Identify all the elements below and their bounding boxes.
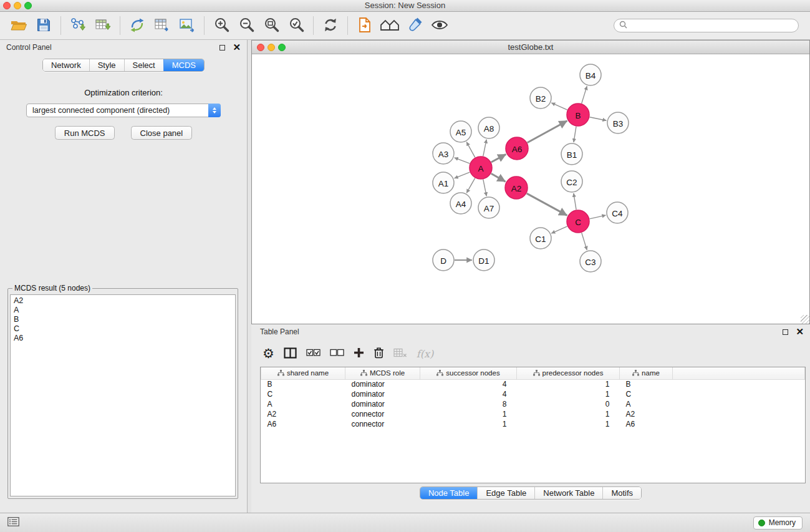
select-all-columns-button[interactable] (306, 346, 321, 362)
clear-table-button[interactable] (393, 346, 407, 362)
open-document-button[interactable] (352, 14, 377, 37)
network-node-B4[interactable]: B4 (580, 64, 601, 85)
network-edge-A2-C[interactable] (527, 193, 567, 215)
resize-grip[interactable] (801, 315, 809, 324)
mcds-result-list[interactable]: A2ABCA6 (10, 294, 236, 496)
network-node-A[interactable]: A (470, 157, 492, 179)
table-cell[interactable]: 1 (517, 419, 620, 429)
function-builder-button[interactable]: f(x) (417, 346, 433, 362)
table-cell[interactable]: connector (345, 409, 420, 419)
table-cell[interactable]: B (620, 379, 673, 389)
minimize-window-button[interactable] (14, 2, 21, 9)
network-minimize-button[interactable] (268, 44, 275, 51)
column-header-mcds-role[interactable]: MCDS role (345, 367, 420, 379)
table-cell[interactable]: A6 (620, 419, 673, 429)
add-column-button[interactable] (354, 346, 364, 362)
tab-edge-table[interactable]: Edge Table (477, 487, 534, 499)
tab-network-table[interactable]: Network Table (534, 487, 602, 499)
run-mcds-button[interactable]: Run MCDS (55, 126, 115, 140)
network-node-A5[interactable]: A5 (450, 121, 471, 142)
table-cell[interactable]: A2 (261, 409, 345, 419)
network-edge-B-B3[interactable] (590, 117, 607, 120)
table-cell[interactable]: 1 (420, 409, 517, 419)
apply-style-button[interactable] (402, 14, 427, 37)
table-cell[interactable]: 8 (420, 399, 517, 409)
network-edge-C-C3[interactable] (582, 233, 587, 250)
table-cell[interactable]: A2 (620, 409, 673, 419)
network-node-A2[interactable]: A2 (505, 177, 528, 199)
table-cell[interactable]: dominator (345, 379, 420, 389)
network-edge-C-C4[interactable] (590, 215, 606, 219)
table-cell[interactable]: B (261, 379, 345, 389)
refresh-view-button[interactable] (318, 14, 343, 37)
network-node-B[interactable]: B (567, 104, 589, 126)
table-cell[interactable]: 1 (517, 409, 620, 419)
float-panel-icon[interactable] (219, 45, 225, 51)
zoom-selected-button[interactable] (284, 14, 309, 37)
table-cell[interactable]: 0 (517, 399, 620, 409)
close-panel-icon[interactable]: ✕ (233, 44, 241, 51)
network-edge-A-A1[interactable] (455, 172, 470, 178)
table-cell[interactable]: 1 (420, 419, 517, 429)
zoom-in-button[interactable] (209, 14, 234, 37)
panel-menu-button[interactable] (7, 515, 19, 531)
network-node-A7[interactable]: A7 (478, 197, 499, 218)
network-edge-B-B4[interactable] (582, 86, 587, 104)
split-columns-button[interactable] (284, 346, 297, 362)
import-network-button[interactable] (65, 14, 90, 37)
show-hide-graphics-button[interactable] (427, 14, 452, 37)
zoom-out-button[interactable] (234, 14, 259, 37)
table-cell[interactable]: 1 (517, 389, 620, 399)
network-node-D[interactable]: D (433, 249, 454, 271)
table-cell[interactable]: 4 (420, 379, 517, 389)
table-cell[interactable]: C (620, 389, 673, 399)
mcds-result-item[interactable]: A6 (11, 333, 235, 342)
close-panel-button[interactable]: Close panel (131, 126, 193, 140)
table-cell[interactable]: connector (345, 419, 420, 429)
table-cell[interactable]: dominator (345, 389, 420, 399)
network-edge-C-C2[interactable] (574, 193, 576, 210)
network-node-C4[interactable]: C4 (607, 202, 628, 223)
network-node-A1[interactable]: A1 (433, 172, 454, 193)
zoom-fit-button[interactable] (259, 14, 284, 37)
network-node-A3[interactable]: A3 (433, 143, 454, 164)
table-cell[interactable]: 4 (420, 389, 517, 399)
table-settings-button[interactable]: ⚙ (263, 346, 274, 362)
tab-node-table[interactable]: Node Table (420, 487, 478, 499)
table-cell[interactable]: C (261, 389, 345, 399)
zoom-window-button[interactable] (24, 2, 32, 9)
export-image-button[interactable] (175, 14, 200, 37)
float-table-panel-icon[interactable] (783, 329, 788, 335)
network-edge-B-B2[interactable] (551, 103, 567, 110)
network-edge-A-A7[interactable] (483, 180, 486, 196)
table-row[interactable]: A2connector11A2 (261, 409, 805, 419)
network-node-B3[interactable]: B3 (607, 112, 629, 133)
optimization-dropdown[interactable]: largest connected component (directed) (26, 104, 221, 117)
search-input[interactable] (630, 21, 793, 30)
export-network-button[interactable] (125, 14, 150, 37)
tab-mcds[interactable]: MCDS (163, 59, 204, 71)
network-edge-A-A3[interactable] (455, 158, 470, 163)
save-session-button[interactable] (31, 14, 56, 37)
mcds-result-item[interactable]: A2 (11, 296, 235, 305)
table-cell[interactable]: A (620, 399, 673, 409)
table-row[interactable]: Bdominator41B (261, 379, 805, 389)
export-table-button[interactable] (150, 14, 175, 37)
column-header-successor-nodes[interactable]: successor nodes (420, 367, 517, 379)
table-row[interactable]: Cdominator41C (261, 389, 805, 399)
network-node-D1[interactable]: D1 (473, 249, 494, 271)
table-row[interactable]: Adominator80A (261, 399, 805, 409)
delete-column-button[interactable] (374, 346, 384, 362)
network-edge-A6-B[interactable] (528, 121, 567, 143)
table-cell[interactable]: A6 (261, 419, 345, 429)
mcds-result-item[interactable]: B (11, 314, 235, 324)
deselect-all-columns-button[interactable] (330, 346, 344, 362)
column-header-name[interactable]: name (620, 367, 673, 379)
network-edge-A-A5[interactable] (466, 142, 475, 158)
network-canvas[interactable]: B4B2BB3A5A8A6A3B1AC2A1A2A4A7C4CC1C3DD1 (252, 54, 809, 324)
column-header-shared-name[interactable]: shared name (261, 367, 345, 379)
network-node-B1[interactable]: B1 (561, 143, 582, 165)
table-cell[interactable]: A (261, 399, 345, 409)
network-edge-A-A6[interactable] (491, 154, 506, 162)
home-button[interactable] (377, 14, 402, 37)
